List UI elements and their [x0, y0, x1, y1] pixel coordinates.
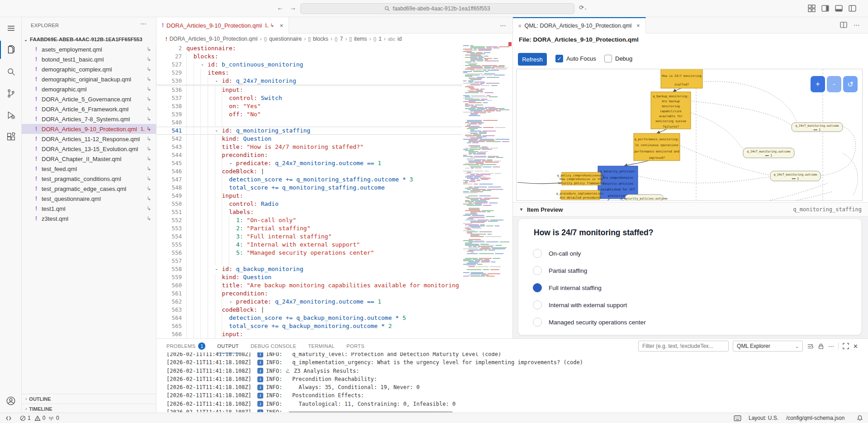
timeline-section[interactable]: ›TIMELINE: [22, 404, 157, 413]
outline-section[interactable]: ›OUTLINE: [22, 394, 157, 404]
output-log[interactable]: [2026-02-11T11:41:18.108Z] iINFO: q_matu…: [166, 352, 773, 412]
split-editor-icon[interactable]: [840, 21, 847, 29]
explorer-more-icon[interactable]: ⋯: [140, 20, 147, 27]
zoom-out-button[interactable]: -: [827, 76, 841, 92]
command-center-search[interactable]: faabd69e-abeb-4aac-912b-1ea1ff65f553: [300, 3, 574, 14]
maximize-panel-icon[interactable]: [843, 343, 849, 349]
output-channel-select[interactable]: QML Explorer ⌄: [733, 341, 803, 352]
panel-tab-problems[interactable]: PROBLEMS1: [166, 339, 205, 353]
panel-tab-output[interactable]: OUTPUT: [217, 339, 239, 353]
auto-focus-checkbox[interactable]: ✓ Auto Focus: [555, 55, 596, 62]
svg-text:q_24x7_monitoring.outcome: q_24x7_monitoring.outcome: [747, 150, 790, 153]
refresh-button[interactable]: Refresh: [518, 53, 547, 66]
file-list: !asets_employment.qml↳!botond_test1_basi…: [22, 44, 157, 223]
zoom-in-button[interactable]: +: [811, 76, 825, 92]
file-row[interactable]: !test1.qml↳: [22, 204, 157, 214]
workspace-root-folder[interactable]: ⌄ FAABD69E-ABEB-4AAC-912B-1EA1FF65F553: [22, 34, 157, 44]
breadcrumb[interactable]: !DORA_Articles_9-10_Protection.qml›{}que…: [157, 33, 512, 44]
file-row[interactable]: !demographic_complex.qml↳: [22, 64, 157, 74]
file-row[interactable]: !DORA_Article_6_Framework.qml↳: [22, 104, 157, 114]
clear-output-icon[interactable]: [807, 343, 814, 350]
radio-option[interactable]: Full internal staffing: [533, 279, 602, 296]
diagram-node-q_performance_monitoring[interactable]: q_performance_monitoring:Is continuous o…: [634, 133, 680, 161]
breadcrumb-item[interactable]: DORA_Articles_9-10_Protection.qml: [170, 36, 258, 42]
tab-close-icon[interactable]: ×: [280, 22, 283, 29]
toggle-panel-icon[interactable]: [835, 5, 843, 12]
close-panel-icon[interactable]: ✕: [853, 343, 858, 350]
lock-icon[interactable]: [818, 343, 824, 350]
breadcrumb-item[interactable]: blocks: [313, 36, 328, 42]
editor-tab[interactable]: ! DORA_Articles_9-10_Protection.qml 1, ↳…: [157, 17, 289, 33]
file-row[interactable]: !botond_test1_basic.qml↳: [22, 54, 157, 64]
file-row[interactable]: !demographic.qml↳: [22, 84, 157, 94]
problems-status[interactable]: 1 0: [20, 413, 45, 423]
keyboard-layout-icon[interactable]: [734, 413, 741, 423]
diagram-node-outcome_2[interactable]: q_24x7_monitoring.outcome== 1: [743, 148, 794, 158]
breadcrumb-item[interactable]: 7: [340, 36, 343, 42]
editor-actions-more-icon[interactable]: ⋯: [500, 22, 506, 29]
file-row[interactable]: !DORA_Articles_9-10_Protection.qml1,↳: [22, 124, 157, 134]
diagram-node-a_security_policies_outcome[interactable]: a_security_policies.outcome: [621, 195, 668, 201]
panel-tab-terminal[interactable]: TERMINAL: [308, 339, 335, 353]
code-line: 557: [157, 257, 462, 265]
file-row[interactable]: !DORA_Chapter_II_Master.qml↳: [22, 154, 157, 164]
refresh-dropdown-icon[interactable]: ⟳⌄: [579, 4, 587, 11]
file-row[interactable]: !DORA_Article_5_Governance.qml↳: [22, 94, 157, 104]
questionnaire-flow-diagram[interactable]: How is 24/7 monitoringstaffed?q_backup_m…: [516, 69, 863, 201]
keyboard-layout-status[interactable]: Layout: U.S.: [749, 413, 778, 423]
ports-status[interactable]: 0: [48, 413, 59, 423]
search-sidebar-icon[interactable]: [0, 62, 22, 81]
output-filter-input[interactable]: [638, 341, 729, 352]
schema-path-status[interactable]: /config/qml-schema.json: [786, 413, 844, 423]
file-row[interactable]: !test_pragmatic_edge_cases.qml↳: [22, 184, 157, 194]
code-line: 27blocks:: [157, 52, 462, 61]
source-control-icon[interactable]: [0, 84, 22, 102]
diagram-node-q_backup_monitoring[interactable]: q_backup_monitoring:Are backupmonitoring…: [651, 92, 691, 129]
svg-text:security policies: security policies: [602, 182, 633, 185]
file-row[interactable]: !DORA_Articles_7-8_Systems.qml↳: [22, 114, 157, 124]
notifications-bell-icon[interactable]: [857, 413, 863, 423]
panel-tab-ports[interactable]: PORTS: [346, 339, 365, 353]
radio-option[interactable]: Partial staffing: [533, 262, 587, 279]
file-row[interactable]: !test_questionnaire.qml↳: [22, 194, 157, 204]
diagram-node-outcome_3[interactable]: q_24x7_monitoring.outcome== 1: [770, 171, 821, 181]
diagram-node-q_procedure_implementation[interactable]: q_procedure_implementation:Are detailed …: [556, 190, 604, 200]
file-row[interactable]: !demographic_original_backup.qml↳: [22, 74, 157, 84]
zoom-reset-button[interactable]: ↺: [843, 76, 858, 92]
diagram-node-q_24x7_staffed[interactable]: How is 24/7 monitoringstaffed?: [661, 69, 702, 88]
tab-close-icon[interactable]: ×: [636, 23, 640, 29]
webview-more-icon[interactable]: ⋯: [854, 21, 860, 29]
toggle-sidebar-icon[interactable]: [821, 5, 829, 12]
minimap[interactable]: [462, 44, 509, 277]
radio-option[interactable]: Managed security operations center: [533, 314, 646, 331]
panel-more-icon[interactable]: ⋯: [828, 343, 834, 350]
file-row[interactable]: !test_pragmatic_conditions.qml↳: [22, 174, 157, 184]
file-row[interactable]: !DORA_Articles_11-12_Response.qml↳: [22, 134, 157, 144]
menu-icon[interactable]: [0, 19, 22, 37]
extensions-icon[interactable]: [0, 128, 22, 146]
breadcrumb-item[interactable]: 1: [379, 36, 382, 42]
customize-layout-icon[interactable]: [849, 5, 856, 12]
item-preview-header[interactable]: ▼ Item Preview q_monitoring_staffing: [513, 202, 868, 217]
layout-grid-icon[interactable]: [808, 5, 816, 12]
account-icon[interactable]: [0, 392, 22, 410]
breadcrumb-item[interactable]: id: [398, 36, 402, 42]
file-row[interactable]: !DORA_Articles_13-15_Evolution.qml↳: [22, 144, 157, 154]
nav-back-icon[interactable]: ←: [277, 4, 284, 11]
file-row[interactable]: !test_feed.qml↳: [22, 164, 157, 174]
explorer-icon[interactable]: [0, 41, 22, 59]
run-debug-icon[interactable]: [0, 106, 22, 124]
breadcrumb-item[interactable]: items: [354, 36, 367, 42]
qml-preview-tab[interactable]: ≡ QML: DORA_Articles_9-10_Protection.qml…: [513, 17, 646, 33]
breadcrumb-item[interactable]: questionnaire: [269, 36, 302, 42]
debug-checkbox[interactable]: Debug: [604, 55, 632, 62]
file-row[interactable]: !asets_employment.qml↳: [22, 44, 157, 54]
nav-forward-icon[interactable]: →: [289, 4, 296, 11]
radio-option[interactable]: Internal with external support: [533, 296, 627, 314]
diagram-node-q_policy_comprehensiveness[interactable]: q_policy_comprehensiveness:How comprehen…: [557, 172, 605, 185]
diagram-node-outcome_1[interactable]: q_24x7_monitoring.outcome== 1: [792, 123, 843, 132]
panel-tab-debug-console[interactable]: DEBUG CONSOLE: [251, 339, 296, 353]
radio-option[interactable]: On-call only: [533, 245, 581, 262]
file-row[interactable]: !z3test.qml↳: [22, 214, 157, 223]
remote-indicator[interactable]: [5, 413, 12, 423]
